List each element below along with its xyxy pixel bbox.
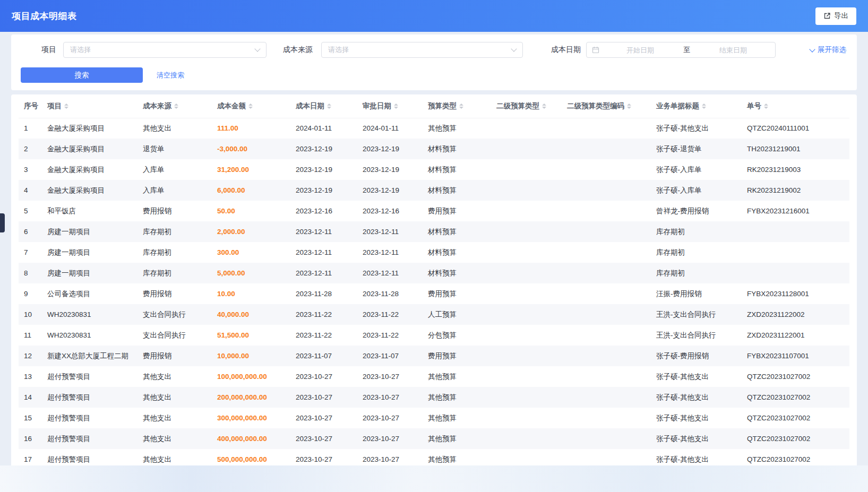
table-row[interactable]: 17超付预警项目其他支出500,000,000.002023-10-272023…	[19, 449, 849, 465]
cell-sub-budget-type	[491, 304, 562, 325]
cell-sub-budget-type	[491, 201, 562, 221]
cell-doc-no: ZXD20231122001	[742, 325, 849, 346]
cell-source: 费用报销	[137, 283, 212, 304]
filter-actions: 搜索 清空搜索	[11, 58, 857, 83]
cell-sub-budget-type	[491, 159, 562, 180]
cell-approval-date: 2023-11-28	[357, 283, 423, 304]
cell-approval-date: 2023-10-27	[357, 428, 423, 449]
cell-amount: 10,000.00	[212, 346, 290, 366]
export-button[interactable]: 导出	[815, 7, 856, 25]
cell-project: 新建XX总部大厦工程二期	[42, 346, 137, 366]
table-row[interactable]: 1金融大厦采购项目其他支出111.002024-01-112024-01-11其…	[19, 118, 849, 139]
cell-project: 房建一期项目	[42, 242, 137, 263]
cell-doc-no: QTZC20231027002	[742, 387, 849, 408]
sort-icon[interactable]	[764, 101, 768, 111]
date-range-separator: 至	[679, 45, 694, 55]
cell-cost-date: 2023-11-07	[290, 346, 357, 366]
table-row[interactable]: 4金融大厦采购项目入库单6,000.002023-12-192023-12-19…	[19, 180, 849, 201]
column-header-label: 序号	[24, 102, 38, 110]
cell-amount: 6,000.00	[212, 180, 290, 201]
sort-icon[interactable]	[542, 101, 546, 111]
cell-budget-type: 其他预算	[423, 118, 491, 139]
expand-filter-link[interactable]: 展开筛选	[810, 45, 846, 55]
cell-budget-type: 其他预算	[423, 408, 491, 428]
cell-doc-no: FYBX20231128001	[742, 283, 849, 304]
page-title: 项目成本明细表	[12, 10, 77, 22]
end-date-input[interactable]	[697, 46, 770, 54]
cell-cost-date: 2023-10-27	[290, 366, 357, 387]
column-header[interactable]: 成本来源	[137, 94, 212, 118]
column-header[interactable]: 单号	[742, 94, 849, 118]
cost-date-range-picker[interactable]: 至	[586, 42, 776, 58]
cell-budget-type: 费用预算	[423, 201, 491, 221]
sort-icon[interactable]	[174, 101, 178, 111]
clear-search-link[interactable]: 清空搜索	[157, 71, 184, 80]
sort-icon[interactable]	[327, 101, 331, 111]
cell-doc-title: 库存期初	[651, 242, 742, 263]
table-row[interactable]: 16超付预警项目其他支出400,000,000.002023-10-272023…	[19, 428, 849, 449]
cell-sub-budget-type	[491, 346, 562, 366]
table-row[interactable]: 2金融大厦采购项目退货单-3,000.002023-12-192023-12-1…	[19, 139, 849, 159]
column-header[interactable]: 二级预算类型	[491, 94, 562, 118]
table-row[interactable]: 5和平饭店费用报销50.002023-12-162023-12-16费用预算曾祥…	[19, 201, 849, 221]
cell-sub-budget-type	[491, 428, 562, 449]
column-header-label: 业务单据标题	[656, 102, 699, 110]
sort-icon[interactable]	[394, 101, 398, 111]
start-date-input[interactable]	[604, 46, 677, 54]
sort-icon[interactable]	[702, 101, 706, 111]
cell-approval-date: 2024-01-11	[357, 118, 423, 139]
cell-budget-type: 其他预算	[423, 449, 491, 465]
table-row[interactable]: 14超付预警项目其他支出200,000,000.002023-10-272023…	[19, 387, 849, 408]
cell-sub-budget-code	[562, 283, 651, 304]
cell-sub-budget-code	[562, 304, 651, 325]
sidebar-toggle-handle[interactable]	[0, 213, 5, 232]
cell-sub-budget-code	[562, 159, 651, 180]
table-row[interactable]: 11WH20230831支出合同执行51,500.002023-11-22202…	[19, 325, 849, 346]
column-header[interactable]: 成本日期	[290, 94, 357, 118]
cell-approval-date: 2023-11-22	[357, 325, 423, 346]
cell-budget-type: 材料预算	[423, 180, 491, 201]
table-row[interactable]: 13超付预警项目其他支出100,000,000.002023-10-272023…	[19, 366, 849, 387]
column-header[interactable]: 二级预算类型编码	[562, 94, 651, 118]
table-row[interactable]: 6房建一期项目库存期初2,000.002023-12-112023-12-11材…	[19, 221, 849, 242]
column-header[interactable]: 项目	[42, 94, 137, 118]
table-row[interactable]: 7房建一期项目库存期初300.002023-12-112023-12-11材料预…	[19, 242, 849, 263]
chevron-down-icon	[809, 46, 815, 52]
column-header[interactable]: 预算类型	[423, 94, 491, 118]
search-button[interactable]: 搜索	[21, 67, 143, 83]
table-row[interactable]: 10WH20230831支出合同执行40,000.002023-11-22202…	[19, 304, 849, 325]
table-row[interactable]: 8房建一期项目库存期初5,000.002023-12-112023-12-11材…	[19, 263, 849, 283]
cell-approval-date: 2023-12-11	[357, 263, 423, 283]
cell-source: 库存期初	[137, 221, 212, 242]
cell-budget-type: 材料预算	[423, 263, 491, 283]
table-row[interactable]: 15超付预警项目其他支出300,000,000.002023-10-272023…	[19, 408, 849, 428]
sort-icon[interactable]	[64, 101, 68, 111]
sort-icon[interactable]	[248, 101, 253, 111]
cell-cost-date: 2023-11-28	[290, 283, 357, 304]
cell-doc-no: RK20231219002	[742, 180, 849, 201]
column-header-label: 成本日期	[296, 102, 324, 110]
table-row[interactable]: 12新建XX总部大厦工程二期费用报销10,000.002023-11-07202…	[19, 346, 849, 366]
project-select[interactable]: 请选择	[63, 42, 267, 58]
column-header[interactable]: 审批日期	[357, 94, 423, 118]
cost-source-select[interactable]: 请选择	[321, 42, 523, 58]
column-header[interactable]: 业务单据标题	[651, 94, 742, 118]
cell-no: 6	[19, 221, 42, 242]
column-header-label: 二级预算类型编码	[567, 102, 624, 110]
cell-project: 金融大厦采购项目	[42, 118, 137, 139]
table-row[interactable]: 3金融大厦采购项目入库单31,200.002023-12-192023-12-1…	[19, 159, 849, 180]
cell-approval-date: 2023-10-27	[357, 387, 423, 408]
cell-amount: 51,500.00	[212, 325, 290, 346]
sort-icon[interactable]	[627, 101, 631, 111]
cell-source: 其他支出	[137, 118, 212, 139]
cell-source: 其他支出	[137, 366, 212, 387]
cell-doc-no: FYBX20231107001	[742, 346, 849, 366]
cell-doc-title: 曾祥龙-费用报销	[651, 201, 742, 221]
cell-doc-no: ZXD20231122002	[742, 304, 849, 325]
cell-cost-date: 2023-12-19	[290, 139, 357, 159]
cell-source: 其他支出	[137, 387, 212, 408]
sort-icon[interactable]	[459, 101, 463, 111]
cell-no: 3	[19, 159, 42, 180]
column-header[interactable]: 成本金额	[212, 94, 290, 118]
table-row[interactable]: 9公司备选项目费用报销10.002023-11-282023-11-28费用预算…	[19, 283, 849, 304]
